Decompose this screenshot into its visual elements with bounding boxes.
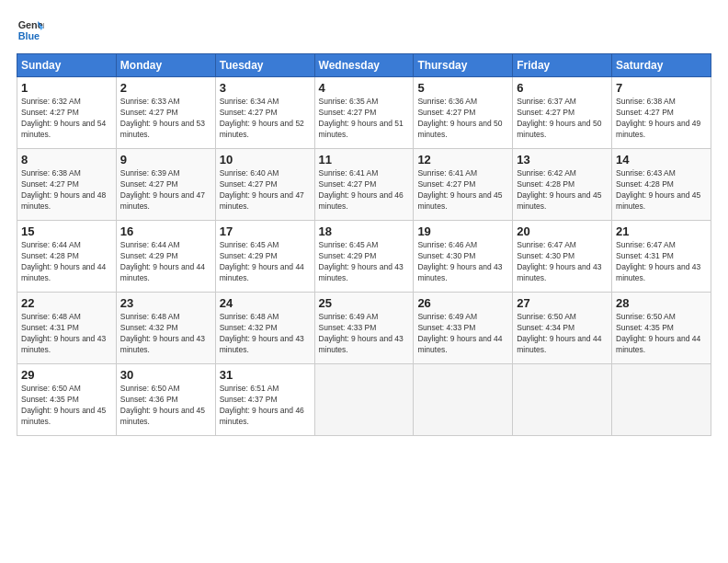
day-detail: Sunrise: 6:41 AMSunset: 4:27 PMDaylight:… <box>319 168 404 211</box>
calendar-day-cell: 24 Sunrise: 6:48 AMSunset: 4:32 PMDaylig… <box>215 293 314 364</box>
day-number: 18 <box>319 224 410 238</box>
day-number: 25 <box>319 296 410 310</box>
calendar-day-cell: 7 Sunrise: 6:38 AMSunset: 4:27 PMDayligh… <box>612 77 711 149</box>
weekday-header-tuesday: Tuesday <box>215 54 314 77</box>
day-detail: Sunrise: 6:51 AMSunset: 4:37 PMDaylight:… <box>220 384 304 426</box>
day-detail: Sunrise: 6:36 AMSunset: 4:27 PMDaylight:… <box>417 97 502 139</box>
weekday-header-thursday: Thursday <box>414 54 513 77</box>
day-detail: Sunrise: 6:45 AMSunset: 4:29 PMDaylight:… <box>220 240 304 282</box>
day-detail: Sunrise: 6:50 AMSunset: 4:35 PMDaylight:… <box>21 384 106 426</box>
day-detail: Sunrise: 6:50 AMSunset: 4:36 PMDaylight:… <box>120 384 205 426</box>
day-detail: Sunrise: 6:50 AMSunset: 4:34 PMDaylight:… <box>517 312 601 354</box>
calendar-day-cell: 26 Sunrise: 6:49 AMSunset: 4:33 PMDaylig… <box>414 293 513 364</box>
calendar-day-cell: 11 Sunrise: 6:41 AMSunset: 4:27 PMDaylig… <box>314 149 414 221</box>
day-detail: Sunrise: 6:35 AMSunset: 4:27 PMDaylight:… <box>319 97 404 139</box>
calendar-day-cell: 27 Sunrise: 6:50 AMSunset: 4:34 PMDaylig… <box>513 293 612 364</box>
calendar-day-cell: 17 Sunrise: 6:45 AMSunset: 4:29 PMDaylig… <box>215 221 314 293</box>
day-number: 31 <box>220 368 311 382</box>
day-number: 20 <box>517 224 608 238</box>
header: General Blue <box>17 17 711 44</box>
calendar-day-cell: 31 Sunrise: 6:51 AMSunset: 4:37 PMDaylig… <box>215 364 314 436</box>
calendar-day-cell: 2 Sunrise: 6:33 AMSunset: 4:27 PMDayligh… <box>116 77 215 149</box>
calendar-day-cell: 14 Sunrise: 6:43 AMSunset: 4:28 PMDaylig… <box>612 149 711 221</box>
weekday-header-sunday: Sunday <box>17 54 117 77</box>
day-number: 27 <box>517 296 608 310</box>
calendar-week-row: 8 Sunrise: 6:38 AMSunset: 4:27 PMDayligh… <box>17 149 711 221</box>
calendar-week-row: 1 Sunrise: 6:32 AMSunset: 4:27 PMDayligh… <box>17 77 711 149</box>
day-number: 11 <box>319 153 410 167</box>
calendar-week-row: 15 Sunrise: 6:44 AMSunset: 4:28 PMDaylig… <box>17 221 711 293</box>
day-detail: Sunrise: 6:43 AMSunset: 4:28 PMDaylight:… <box>616 168 700 211</box>
calendar-week-row: 29 Sunrise: 6:50 AMSunset: 4:35 PMDaylig… <box>17 364 711 436</box>
day-number: 9 <box>120 153 211 167</box>
day-number: 15 <box>21 224 112 238</box>
day-detail: Sunrise: 6:49 AMSunset: 4:33 PMDaylight:… <box>319 312 404 354</box>
calendar-day-cell: 16 Sunrise: 6:44 AMSunset: 4:29 PMDaylig… <box>116 221 215 293</box>
calendar-day-cell: 3 Sunrise: 6:34 AMSunset: 4:27 PMDayligh… <box>215 77 314 149</box>
calendar-day-cell: 1 Sunrise: 6:32 AMSunset: 4:27 PMDayligh… <box>17 77 117 149</box>
weekday-header-saturday: Saturday <box>612 54 711 77</box>
day-detail: Sunrise: 6:50 AMSunset: 4:35 PMDaylight:… <box>616 312 700 354</box>
day-number: 24 <box>220 296 311 310</box>
calendar-day-cell: 30 Sunrise: 6:50 AMSunset: 4:36 PMDaylig… <box>116 364 215 436</box>
day-detail: Sunrise: 6:48 AMSunset: 4:32 PMDaylight:… <box>220 312 304 354</box>
day-number: 12 <box>417 153 508 167</box>
day-number: 1 <box>21 81 112 95</box>
weekday-header-wednesday: Wednesday <box>314 54 414 77</box>
logo-icon: General Blue <box>17 17 44 44</box>
day-detail: Sunrise: 6:47 AMSunset: 4:30 PMDaylight:… <box>517 240 601 282</box>
day-number: 13 <box>517 153 608 167</box>
calendar-day-cell: 21 Sunrise: 6:47 AMSunset: 4:31 PMDaylig… <box>612 221 711 293</box>
day-number: 8 <box>21 153 112 167</box>
day-number: 28 <box>616 296 707 310</box>
day-number: 30 <box>120 368 211 382</box>
day-number: 5 <box>417 81 508 95</box>
calendar-day-cell: 6 Sunrise: 6:37 AMSunset: 4:27 PMDayligh… <box>513 77 612 149</box>
day-number: 7 <box>616 81 707 95</box>
day-number: 3 <box>220 81 311 95</box>
day-number: 17 <box>220 224 311 238</box>
empty-cell <box>414 364 513 436</box>
day-number: 6 <box>517 81 608 95</box>
day-number: 23 <box>120 296 211 310</box>
day-detail: Sunrise: 6:44 AMSunset: 4:28 PMDaylight:… <box>21 240 106 282</box>
day-detail: Sunrise: 6:38 AMSunset: 4:27 PMDaylight:… <box>616 97 700 139</box>
calendar-day-cell: 10 Sunrise: 6:40 AMSunset: 4:27 PMDaylig… <box>215 149 314 221</box>
day-detail: Sunrise: 6:38 AMSunset: 4:27 PMDaylight:… <box>21 168 106 211</box>
day-detail: Sunrise: 6:42 AMSunset: 4:28 PMDaylight:… <box>517 168 601 211</box>
calendar-day-cell: 22 Sunrise: 6:48 AMSunset: 4:31 PMDaylig… <box>17 293 117 364</box>
calendar-day-cell: 12 Sunrise: 6:41 AMSunset: 4:27 PMDaylig… <box>414 149 513 221</box>
day-number: 10 <box>220 153 311 167</box>
day-detail: Sunrise: 6:45 AMSunset: 4:29 PMDaylight:… <box>319 240 404 282</box>
day-detail: Sunrise: 6:37 AMSunset: 4:27 PMDaylight:… <box>517 97 601 139</box>
day-detail: Sunrise: 6:44 AMSunset: 4:29 PMDaylight:… <box>120 240 205 282</box>
calendar-day-cell: 13 Sunrise: 6:42 AMSunset: 4:28 PMDaylig… <box>513 149 612 221</box>
day-number: 22 <box>21 296 112 310</box>
calendar-day-cell: 4 Sunrise: 6:35 AMSunset: 4:27 PMDayligh… <box>314 77 414 149</box>
day-number: 21 <box>616 224 707 238</box>
empty-cell <box>612 364 711 436</box>
weekday-header-monday: Monday <box>116 54 215 77</box>
day-number: 26 <box>417 296 508 310</box>
calendar-day-cell: 5 Sunrise: 6:36 AMSunset: 4:27 PMDayligh… <box>414 77 513 149</box>
day-number: 29 <box>21 368 112 382</box>
calendar-day-cell: 28 Sunrise: 6:50 AMSunset: 4:35 PMDaylig… <box>612 293 711 364</box>
day-detail: Sunrise: 6:48 AMSunset: 4:31 PMDaylight:… <box>21 312 106 354</box>
calendar-day-cell: 18 Sunrise: 6:45 AMSunset: 4:29 PMDaylig… <box>314 221 414 293</box>
page: General Blue SundayMondayTuesdayWednesda… <box>0 0 728 563</box>
calendar-day-cell: 20 Sunrise: 6:47 AMSunset: 4:30 PMDaylig… <box>513 221 612 293</box>
calendar-day-cell: 9 Sunrise: 6:39 AMSunset: 4:27 PMDayligh… <box>116 149 215 221</box>
empty-cell <box>513 364 612 436</box>
logo: General Blue <box>17 17 44 44</box>
day-number: 19 <box>417 224 508 238</box>
day-detail: Sunrise: 6:41 AMSunset: 4:27 PMDaylight:… <box>417 168 502 211</box>
calendar-day-cell: 25 Sunrise: 6:49 AMSunset: 4:33 PMDaylig… <box>314 293 414 364</box>
weekday-header-friday: Friday <box>513 54 612 77</box>
day-detail: Sunrise: 6:48 AMSunset: 4:32 PMDaylight:… <box>120 312 205 354</box>
calendar-day-cell: 29 Sunrise: 6:50 AMSunset: 4:35 PMDaylig… <box>17 364 117 436</box>
calendar-day-cell: 15 Sunrise: 6:44 AMSunset: 4:28 PMDaylig… <box>17 221 117 293</box>
day-detail: Sunrise: 6:33 AMSunset: 4:27 PMDaylight:… <box>120 97 205 139</box>
calendar-day-cell: 19 Sunrise: 6:46 AMSunset: 4:30 PMDaylig… <box>414 221 513 293</box>
day-number: 4 <box>319 81 410 95</box>
day-detail: Sunrise: 6:46 AMSunset: 4:30 PMDaylight:… <box>417 240 502 282</box>
